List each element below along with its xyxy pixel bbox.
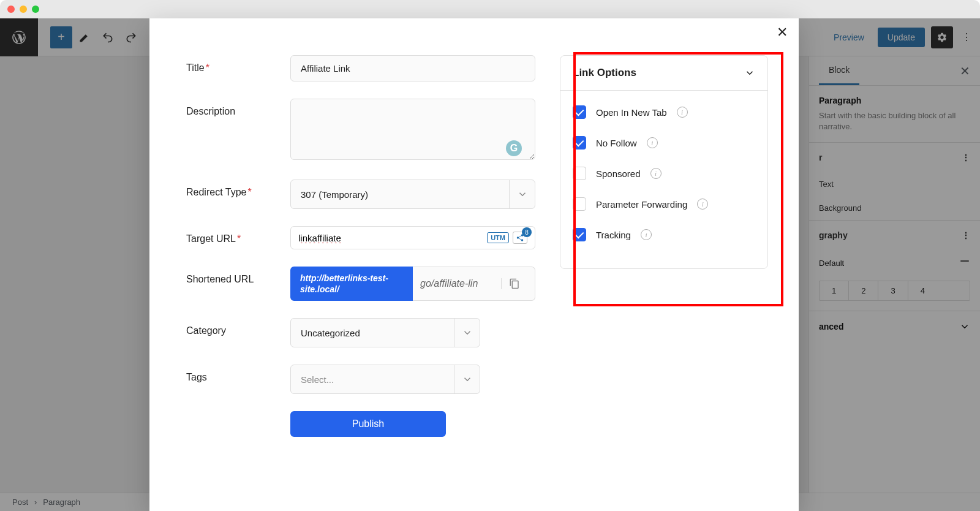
link-option-row: Parameter Forwarding i bbox=[573, 189, 755, 219]
link-option-row: No Follow i bbox=[573, 127, 755, 158]
chevron-down-icon bbox=[509, 180, 535, 208]
title-input[interactable] bbox=[290, 55, 535, 81]
window-chrome bbox=[0, 0, 980, 18]
chevron-down-icon bbox=[744, 67, 755, 78]
label-description: Description bbox=[186, 99, 290, 117]
modal-form: Title* Description G Redirect Type* 307 … bbox=[186, 55, 535, 454]
utm-badge[interactable]: UTM bbox=[487, 232, 509, 243]
info-icon[interactable]: i bbox=[650, 168, 662, 179]
traffic-light-close-icon[interactable] bbox=[7, 6, 15, 13]
option-label: Tracking bbox=[596, 230, 631, 240]
info-icon[interactable]: i bbox=[641, 229, 652, 240]
short-url-slug[interactable]: go/affiliate-lin bbox=[413, 267, 535, 301]
label-target-url: Target URL* bbox=[186, 226, 290, 244]
category-select[interactable]: Uncategorized bbox=[290, 318, 480, 347]
link-option-row: Tracking i bbox=[573, 219, 755, 250]
link-options-section: Link Options Open In New Tab i No Follow… bbox=[560, 55, 768, 454]
link-options-header[interactable]: Link Options bbox=[560, 56, 767, 91]
publish-button[interactable]: Publish bbox=[290, 411, 446, 437]
info-icon[interactable]: i bbox=[647, 137, 658, 148]
svg-point-1 bbox=[517, 237, 519, 239]
social-share-icon[interactable]: 8 bbox=[513, 232, 527, 244]
option-label: No Follow bbox=[596, 138, 637, 148]
option-label: Parameter Forwarding bbox=[596, 199, 687, 210]
info-icon[interactable]: i bbox=[677, 107, 688, 118]
checkbox[interactable] bbox=[573, 197, 586, 211]
redirect-type-select[interactable]: 307 (Temporary) bbox=[290, 180, 535, 209]
chevron-down-icon bbox=[454, 365, 480, 393]
link-option-row: Sponsored i bbox=[573, 158, 755, 189]
link-editor-modal: ✕ Title* Description G Redirect Type* bbox=[149, 18, 799, 511]
short-url-base: http://betterlinks-test-site.local/ bbox=[290, 267, 413, 301]
close-modal-icon[interactable]: ✕ bbox=[777, 25, 788, 40]
target-url-input[interactable] bbox=[298, 233, 487, 243]
info-icon[interactable]: i bbox=[697, 199, 708, 210]
description-textarea[interactable] bbox=[290, 99, 535, 160]
traffic-light-maximize-icon[interactable] bbox=[32, 6, 39, 13]
option-label: Open In New Tab bbox=[596, 107, 667, 118]
label-short-url: Shortened URL bbox=[186, 267, 290, 285]
checkbox[interactable] bbox=[573, 167, 586, 180]
chevron-down-icon bbox=[454, 319, 480, 347]
label-tags: Tags bbox=[186, 365, 290, 383]
tags-select[interactable]: Select... bbox=[290, 365, 480, 394]
option-label: Sponsored bbox=[596, 168, 641, 179]
grammarly-icon[interactable]: G bbox=[506, 140, 522, 156]
label-redirect: Redirect Type* bbox=[186, 180, 290, 198]
checkbox[interactable] bbox=[573, 105, 586, 119]
checkbox[interactable] bbox=[573, 228, 586, 241]
label-category: Category bbox=[186, 318, 290, 336]
label-title: Title* bbox=[186, 55, 290, 74]
svg-point-2 bbox=[521, 239, 524, 241]
copy-icon[interactable] bbox=[501, 278, 527, 289]
traffic-light-minimize-icon[interactable] bbox=[20, 6, 27, 13]
link-option-row: Open In New Tab i bbox=[573, 97, 755, 127]
share-count-badge: 8 bbox=[522, 227, 532, 237]
checkbox[interactable] bbox=[573, 136, 586, 150]
